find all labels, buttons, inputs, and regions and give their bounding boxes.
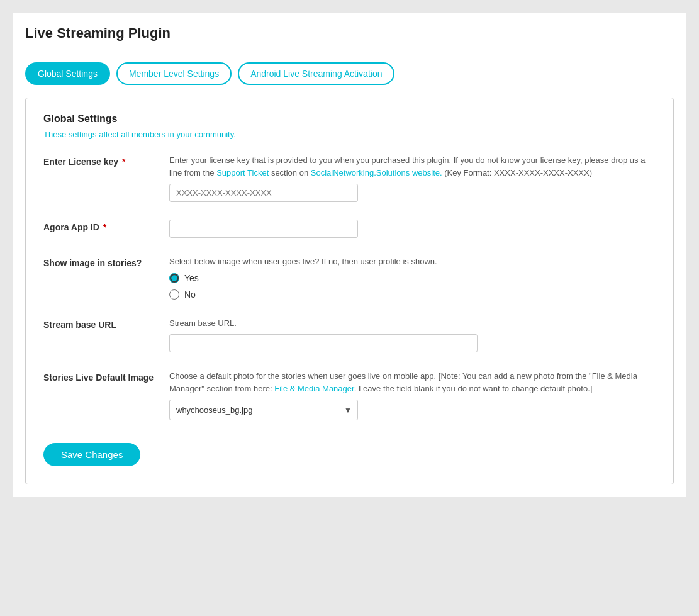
agora-app-id-content — [169, 220, 656, 238]
radio-no-label[interactable]: No — [169, 289, 656, 300]
stream-base-url-description: Stream base URL. — [169, 317, 656, 330]
tab-android-live-streaming-activation[interactable]: Android Live Streaming Activation — [238, 62, 394, 85]
stories-default-image-row: Stories Live Default Image Choose a defa… — [43, 370, 656, 420]
required-star-agora: * — [101, 222, 106, 232]
required-star: * — [120, 157, 125, 167]
show-image-label: Show image in stories? — [43, 255, 169, 268]
stream-base-url-content: Stream base URL. — [169, 317, 656, 353]
agora-app-id-label: Agora App ID * — [43, 220, 169, 232]
stories-default-image-description: Choose a default photo for the stories w… — [169, 370, 656, 395]
tabs-container: Global Settings Member Level Settings An… — [25, 62, 674, 85]
save-button-row: Save Changes — [43, 438, 656, 466]
support-ticket-link[interactable]: Support Ticket — [216, 168, 269, 177]
card-title: Global Settings — [43, 113, 656, 125]
stream-base-url-label: Stream base URL — [43, 317, 169, 330]
stories-default-image-content: Choose a default photo for the stories w… — [169, 370, 656, 420]
license-key-input[interactable] — [169, 184, 358, 202]
save-changes-button[interactable]: Save Changes — [43, 443, 140, 466]
radio-group: Yes No — [169, 273, 656, 300]
license-key-label: Enter License key * — [43, 154, 169, 167]
select-wrapper: whychooseus_bg.jpg ▼ — [169, 400, 358, 420]
license-key-row: Enter License key * Enter your license k… — [43, 154, 656, 202]
show-image-content: Select below image when user goes live? … — [169, 255, 656, 300]
license-key-content: Enter your license key that is provided … — [169, 154, 656, 202]
file-media-manager-link[interactable]: File & Media Manager — [274, 384, 354, 393]
stream-base-url-input[interactable] — [169, 334, 478, 352]
stories-default-image-select[interactable]: whychooseus_bg.jpg — [169, 400, 358, 420]
page-title: Live Streaming Plugin — [25, 25, 674, 42]
radio-no[interactable] — [169, 289, 179, 300]
radio-yes[interactable] — [169, 273, 179, 283]
stream-base-url-row: Stream base URL Stream base URL. — [43, 317, 656, 353]
stories-default-image-label: Stories Live Default Image — [43, 370, 169, 383]
divider — [25, 52, 674, 52]
agora-app-id-input[interactable] — [169, 220, 358, 238]
license-key-description: Enter your license key that is provided … — [169, 154, 656, 179]
socialnetworking-link[interactable]: SocialNetworking.Solutions website. — [311, 168, 442, 177]
radio-yes-label[interactable]: Yes — [169, 273, 656, 283]
show-image-description: Select below image when user goes live? … — [169, 255, 656, 268]
settings-card: Global Settings These settings affect al… — [25, 98, 674, 484]
tab-global-settings[interactable]: Global Settings — [25, 62, 110, 85]
agora-app-id-row: Agora App ID * — [43, 220, 656, 238]
tab-member-level-settings[interactable]: Member Level Settings — [116, 62, 232, 85]
show-image-row: Show image in stories? Select below imag… — [43, 255, 656, 300]
card-subtitle: These settings affect all members in you… — [43, 130, 656, 139]
page-wrapper: Live Streaming Plugin Global Settings Me… — [13, 13, 686, 497]
